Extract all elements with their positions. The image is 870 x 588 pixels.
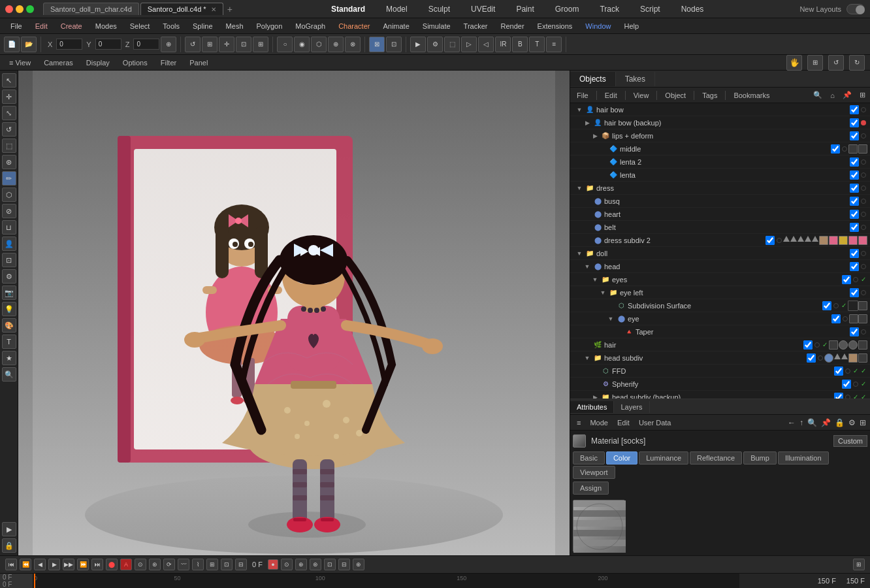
scale-tool[interactable]: ⤡ [2,106,16,120]
tree-row-doll[interactable]: ▼ 📁 doll [570,247,870,260]
pt-menu-view[interactable]: View [630,91,653,100]
snap-button[interactable]: ⊡ [236,37,251,52]
assign-button[interactable]: Assign [573,482,609,495]
pt-menu-bookmarks[interactable]: Bookmarks [730,91,773,100]
tree-row-lenta2[interactable]: 🔷 lenta 2 [570,155,870,169]
nav-up[interactable]: ↑ [799,418,803,427]
menu-edit[interactable]: Edit [30,21,53,31]
at-userdata-menu[interactable]: User Data [636,418,674,427]
render-view[interactable]: ◁ [478,37,494,52]
check-heart[interactable] [850,210,859,219]
menu-character[interactable]: Character [333,21,375,31]
tl-marker2[interactable]: ⊙ [281,559,293,570]
nav-expand[interactable]: ⊞ [860,418,866,427]
tab-objects[interactable]: Objects [570,72,616,86]
magnify-tool[interactable]: 🔍 [2,367,16,382]
check-hair-bow-backup[interactable] [850,118,859,127]
display-menu[interactable]: Display [82,58,114,67]
texture-mode-button[interactable]: ⬡ [311,37,327,52]
rotate-button[interactable]: ↺ [185,37,201,52]
check-dress-subdiv2[interactable] [765,236,775,245]
tab-layers[interactable]: Layers [614,401,649,413]
tl-motion[interactable]: 〰 [178,559,189,570]
menu-script[interactable]: Script [636,3,664,15]
menu-modes[interactable]: Modes [90,21,122,31]
home-icon[interactable]: ⌂ [828,91,837,99]
timeline-track[interactable]: 0 50 100 150 200 [33,574,739,588]
tree-row-belt[interactable]: ⬤ belt [570,221,870,234]
menu-uvedit[interactable]: UVEdit [467,3,499,15]
expand-hair-bow-backup[interactable]: ▶ [583,120,591,126]
timeline-playhead[interactable] [34,574,35,588]
add-tab-button[interactable]: + [225,4,235,14]
tl-loop[interactable]: ⟳ [163,559,175,570]
check-taper[interactable] [850,327,859,336]
shader-tab-luminance[interactable]: Luminance [639,451,688,465]
tree-row-busq[interactable]: ⬤ busq [570,195,870,208]
search-icon[interactable]: 🔍 [811,91,824,99]
tree-row-spherify[interactable]: ⚙ Spherify ✓ [570,378,870,391]
check-head-subdiv[interactable] [807,353,816,363]
snap-type[interactable]: ⊡ [386,37,402,52]
render-small[interactable]: ▶ [2,522,16,536]
camera-tool[interactable]: 📷 [2,286,16,300]
zoom-fit[interactable]: ⊞ [807,55,823,71]
check-head[interactable] [850,262,859,271]
tree-row-eyes[interactable]: ▼ 📁 eyes ✓ [570,273,870,286]
check-subdivision[interactable] [822,301,831,310]
expand-eye-left[interactable]: ▼ [599,289,607,296]
extrude-tool[interactable]: ⊔ [2,220,16,235]
expand-eyes[interactable]: ▼ [591,276,599,283]
tl-last[interactable]: ⏭ [91,559,103,570]
check-lips-deform[interactable] [850,131,859,140]
nav-search[interactable]: 🔍 [807,418,817,427]
tl-marker3[interactable]: ⊕ [295,559,307,570]
menu-groom[interactable]: Groom [551,3,583,15]
render-region[interactable]: ⬚ [444,37,460,52]
tree-row-dress[interactable]: ▼ 📁 dress [570,182,870,195]
menu-model[interactable]: Model [382,3,411,15]
light-tool[interactable]: 💡 [2,302,16,316]
pt-menu-edit[interactable]: Edit [601,91,621,100]
maximize-button[interactable] [26,5,34,13]
tl-next-frame[interactable]: ▶▶ [63,559,74,570]
panel-menu[interactable]: Panel [185,58,212,67]
tree-row-hair-bow-backup[interactable]: ▶ 👤 hair bow (backup) [570,116,870,129]
timeline-ruler[interactable]: 0 F 0 F 0 50 100 150 200 150 F 150 F [0,574,870,588]
char-tool[interactable]: 👤 [2,237,16,251]
tl-extra3[interactable]: ⊟ [235,559,247,570]
paint-tool[interactable]: ✏ [2,171,16,186]
nav-back[interactable]: ← [788,418,796,427]
component-mode-button[interactable]: ◉ [294,37,310,52]
tree-row-heart[interactable]: ⬤ heart [570,208,870,221]
close-button[interactable] [5,5,13,13]
tree-row-lips-deform[interactable]: ▶ 📦 lips + deform [570,129,870,142]
menu-window[interactable]: Window [580,21,616,31]
tl-marker7[interactable]: ⊕ [353,559,364,570]
tl-prev-key[interactable]: ⏪ [20,559,31,570]
tree-row-taper[interactable]: 🔺 Taper [570,325,870,338]
tl-key1[interactable]: ⊙ [135,559,146,570]
pt-menu-file[interactable]: File [573,91,592,100]
shader-tab-viewport[interactable]: Viewport [573,466,615,479]
pt-menu-object[interactable]: Object [661,91,690,100]
lasso-select[interactable]: ⊛ [2,155,16,169]
grid-button[interactable]: ⊞ [253,37,268,52]
shader-tab-bump[interactable]: Bump [743,451,777,465]
new-file-button[interactable]: 📄 [4,37,20,52]
menu-tools[interactable]: Tools [157,21,185,31]
tree-row-middle[interactable]: 🔷 middle [570,142,870,155]
more-button[interactable]: ≡ [546,37,562,52]
object-mode-button[interactable]: ○ [277,37,293,52]
expand-head-subdiv[interactable]: ▼ [583,355,591,361]
move-tool[interactable]: ✛ [2,90,16,104]
rect-select[interactable]: ⬚ [2,139,16,153]
tree-row-hair-bow[interactable]: ▼ 👤 hair bow [570,103,870,116]
tree-row-hair[interactable]: 🌿 hair ✓ [570,338,870,351]
tl-autokey[interactable]: A [120,559,132,570]
z-input[interactable] [133,39,159,50]
at-edit-menu[interactable]: Edit [615,418,632,427]
menu-mograph[interactable]: MoGraph [290,21,330,31]
shader-tab-reflectance[interactable]: Reflectance [690,451,742,465]
open-file-button[interactable]: 📂 [21,37,37,52]
